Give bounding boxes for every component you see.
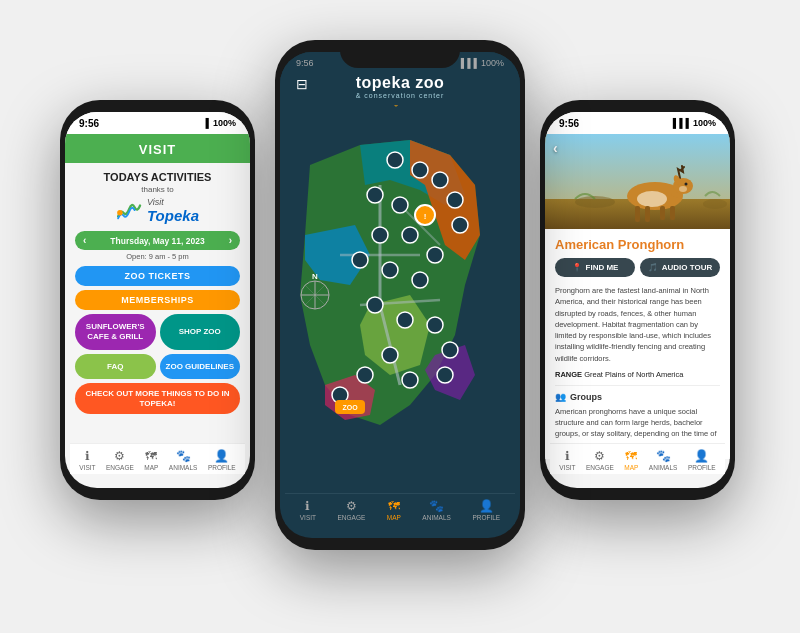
right-screen: 9:56 ▐▐▐ 100% ‹ — [545, 112, 730, 488]
left-battery: 100% — [213, 118, 236, 128]
center-phone: 9:56 ▐▐▐ 100% ⊟ topeka zoo & conservatio… — [275, 40, 525, 550]
left-nav-map[interactable]: 🗺 MAP — [144, 449, 158, 471]
svg-point-27 — [357, 367, 373, 383]
profile-icon: 👤 — [214, 449, 229, 463]
animals-icon: 🐾 — [176, 449, 191, 463]
location-icon: 📍 — [572, 263, 582, 272]
animal-description: Pronghorn are the fastest land-animal in… — [555, 285, 720, 364]
left-status-bar: 9:56 ▐ 100% — [65, 112, 250, 134]
right-signal: ▐▐▐ — [670, 118, 689, 128]
left-nav-map-label: MAP — [144, 464, 158, 471]
left-nav: ℹ VISIT ⚙ ENGAGE 🗺 MAP 🐾 ANIMALS 👤 PROFI… — [70, 443, 245, 474]
svg-point-48 — [703, 199, 727, 209]
btn-row-1: SUNFLOWER'S CAFE & GRILL SHOP ZOO — [75, 314, 240, 349]
right-nav-profile[interactable]: 👤 PROFILE — [688, 449, 716, 471]
svg-point-25 — [442, 342, 458, 358]
find-me-label: FIND ME — [586, 263, 619, 272]
svg-point-24 — [427, 317, 443, 333]
date-next-arrow[interactable]: › — [229, 235, 232, 246]
zoo-tickets-button[interactable]: ZOO TICKETS — [75, 266, 240, 286]
date-prev-arrow[interactable]: ‹ — [83, 235, 86, 246]
left-nav-profile[interactable]: 👤 PROFILE — [208, 449, 236, 471]
range-label: RANGE Great Plains of North America — [555, 370, 720, 379]
svg-point-16 — [372, 227, 388, 243]
svg-point-45 — [685, 183, 688, 186]
center-engage-icon: ⚙ — [346, 499, 357, 513]
visit-topeka-logo: Visit Topeka — [75, 198, 240, 224]
left-nav-animals[interactable]: 🐾 ANIMALS — [169, 449, 198, 471]
memberships-button[interactable]: MEMBERSHIPS — [75, 290, 240, 310]
center-status-right: ▐▐▐ 100% — [458, 58, 504, 68]
right-visit-icon: ℹ — [565, 449, 570, 463]
svg-text:ZOO: ZOO — [342, 404, 358, 411]
btn-row-2: FAQ ZOO GUIDELINES — [75, 354, 240, 380]
svg-point-28 — [402, 372, 418, 388]
center-nav-map[interactable]: 🗺 MAP — [387, 499, 401, 521]
right-time: 9:56 — [559, 118, 579, 129]
svg-point-12 — [447, 192, 463, 208]
center-nav-animals[interactable]: 🐾 ANIMALS — [422, 499, 451, 521]
date-text: Thursday, May 11, 2023 — [110, 236, 204, 246]
right-nav-animals[interactable]: 🐾 ANIMALS — [649, 449, 678, 471]
groups-section: 👥 Groups American pronghorns have a uniq… — [555, 385, 720, 451]
left-phone: 9:56 ▐ 100% VISIT TODAYS ACTIVITIES than… — [60, 100, 255, 500]
right-profile-icon: 👤 — [694, 449, 709, 463]
right-nav-engage[interactable]: ⚙ ENGAGE — [586, 449, 614, 471]
check-more-button[interactable]: CHECK OUT MORE THINGS TO DO IN TOPEKA! — [75, 383, 240, 414]
visit-icon: ℹ — [85, 449, 90, 463]
guidelines-button[interactable]: ZOO GUIDELINES — [160, 354, 241, 380]
shop-button[interactable]: SHOP ZOO — [160, 314, 241, 349]
center-nav-visit[interactable]: ℹ VISIT — [300, 499, 316, 521]
svg-point-0 — [117, 210, 123, 216]
center-visit-icon: ℹ — [305, 499, 310, 513]
left-status-right: ▐ 100% — [203, 118, 236, 128]
right-phone: 9:56 ▐▐▐ 100% ‹ — [540, 100, 735, 500]
today-title: TODAYS ACTIVITIES — [75, 171, 240, 183]
svg-point-18 — [427, 247, 443, 263]
find-me-button[interactable]: 📍 FIND ME — [555, 258, 635, 277]
svg-rect-42 — [645, 206, 650, 222]
pronghorn-image: ‹ — [545, 134, 730, 229]
zoo-map-container[interactable]: N 🦒 — [280, 105, 520, 485]
right-nav-map[interactable]: 🗺 MAP — [624, 449, 638, 471]
right-nav-profile-label: PROFILE — [688, 464, 716, 471]
center-time: 9:56 — [296, 58, 314, 68]
right-nav-visit[interactable]: ℹ VISIT — [559, 449, 575, 471]
logo-topeka: Topeka — [147, 208, 199, 225]
center-notch — [340, 40, 460, 68]
svg-point-17 — [402, 227, 418, 243]
right-status-bar: 9:56 ▐▐▐ 100% — [545, 112, 730, 134]
center-nav-profile[interactable]: 👤 PROFILE — [472, 499, 500, 521]
left-nav-visit[interactable]: ℹ VISIT — [79, 449, 95, 471]
filter-icon[interactable]: ⊟ — [296, 76, 308, 92]
svg-text:!: ! — [424, 212, 427, 221]
center-nav-engage[interactable]: ⚙ ENGAGE — [337, 499, 365, 521]
svg-point-8 — [387, 152, 403, 168]
left-nav-engage[interactable]: ⚙ ENGAGE — [106, 449, 134, 471]
faq-button[interactable]: FAQ — [75, 354, 156, 380]
svg-point-23 — [397, 312, 413, 328]
left-nav-visit-label: VISIT — [79, 464, 95, 471]
right-content: American Pronghorn 📍 FIND ME 🎵 AUDIO TOU… — [545, 229, 730, 459]
logo-box: Visit Topeka — [116, 198, 199, 224]
svg-point-26 — [382, 347, 398, 363]
center-map-icon: 🗺 — [388, 499, 400, 513]
zoo-title: topeka zoo & conservation center — [356, 74, 445, 99]
audio-icon: 🎵 — [648, 263, 658, 272]
logo-wave-icon — [116, 200, 144, 222]
pronghorn-illustration — [545, 134, 730, 229]
left-nav-animals-label: ANIMALS — [169, 464, 198, 471]
center-battery: 100% — [481, 58, 504, 68]
svg-point-19 — [352, 252, 368, 268]
center-nav-engage-label: ENGAGE — [337, 514, 365, 521]
right-nav-map-label: MAP — [624, 464, 638, 471]
svg-text:N: N — [312, 272, 318, 281]
svg-rect-41 — [635, 206, 640, 222]
back-arrow[interactable]: ‹ — [553, 140, 558, 156]
audio-tour-button[interactable]: 🎵 AUDIO TOUR — [640, 258, 720, 277]
zoo-title-sub: & conservation center — [356, 92, 445, 99]
date-bar[interactable]: ‹ Thursday, May 11, 2023 › — [75, 231, 240, 250]
svg-point-30 — [437, 367, 453, 383]
sunflower-button[interactable]: SUNFLOWER'S CAFE & GRILL — [75, 314, 156, 349]
zoo-map-svg: N 🦒 — [280, 105, 520, 485]
